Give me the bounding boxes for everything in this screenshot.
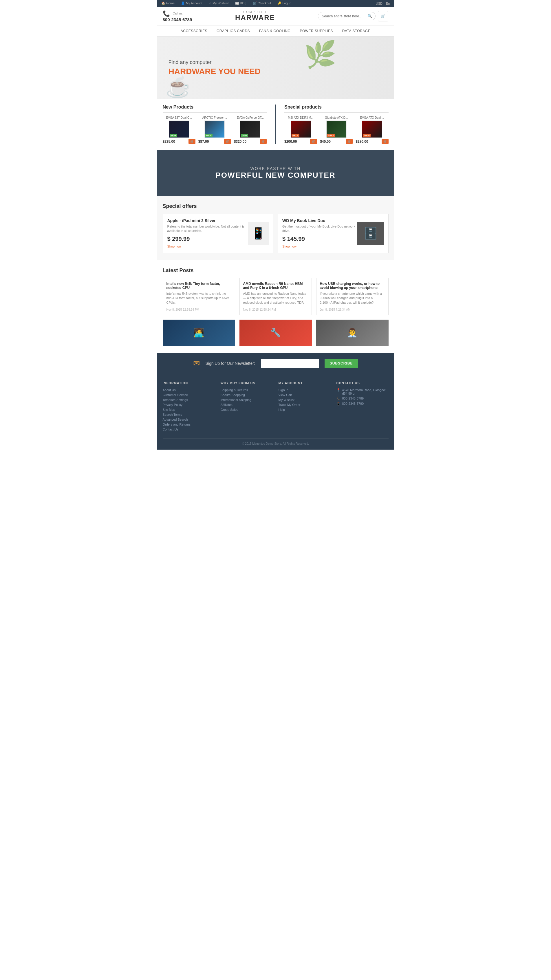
footer-link-advanced-search[interactable]: Advanced Search [163,418,215,421]
product-item: EVGA ATX Dual ... SALE $280.00 🛒 [355,116,388,144]
phone-number: 800-2345-6789 [163,17,192,22]
nav-blog[interactable]: 📰 Blog [235,2,247,5]
nav-home[interactable]: 🏠 Home [161,2,175,5]
footer-link-my-wishlist[interactable]: My Wishlist [279,398,331,402]
product-item: MSI ATX DDR3 M... SALE $200.00 🛒 [284,116,317,144]
add-to-cart-button[interactable]: 🛒 [382,139,389,144]
hero-banner: Find any computer HARDWARE YOU NEED 🌿 ☕ [157,37,394,99]
special-offers-title: Special offers [163,203,389,209]
nav-account[interactable]: 👤 My Account [181,2,202,5]
footer-link-secure-shopping[interactable]: Secure Shopping [221,393,273,397]
newsletter-icon: ✉ [193,359,200,368]
footer-link-sign-in[interactable]: Sign In [279,388,331,392]
nav-data-storage[interactable]: DATA STORAGE [338,26,375,36]
footer-link-affiliates[interactable]: Affiliates [221,403,273,406]
banner-subtitle: WORK FASTER WITH [250,166,301,171]
nav-checkout[interactable]: 🛒 Checkout [253,2,271,5]
offers-grid: Apple - iPad mini 2 Silver Refers to the… [163,214,389,253]
currency-selector[interactable]: USD [376,2,382,5]
product-thumbnail: NEW [204,121,225,138]
cart-button[interactable]: 🛒 [378,11,388,21]
footer-link-view-cart[interactable]: View Cart [279,393,331,397]
product-price: $320.00 [234,140,247,143]
language-selector[interactable]: En [386,2,390,5]
shop-now-link[interactable]: Shop now [167,245,182,248]
post-card: AMD unveils Radeon R9 Nano: HBM and Fury… [239,278,312,315]
product-thumbnail: SALE [326,121,347,138]
nav-fans-cooling[interactable]: FANS & COOLING [255,26,295,36]
footer-link-international-shipping[interactable]: International Shipping [221,398,273,402]
footer-link-group-sales[interactable]: Group Sales [221,408,273,411]
post-date: Nov 8, 2015 12:58:24 PM [243,308,276,311]
posts-grid: Intel's new 5×5: Tiny form factor, socke… [163,278,389,315]
hero-coffee-icon: ☕ [166,75,191,99]
footer-link-search-terms[interactable]: Search Terms [163,413,215,416]
product-price: $280.00 [355,140,368,143]
phone-icon: 📞 [336,397,341,400]
nav-power-supplies[interactable]: POWER SUPPLIES [295,26,337,36]
subscribe-button[interactable]: SUBSCRIBE [325,359,358,368]
post-image: 🧑‍💻 [163,320,235,346]
newsletter-label: Sign Up for Our Newsletter: [205,361,255,366]
footer-link-help[interactable]: Help [279,408,331,411]
product-name: EVGA ATX Dual ... [355,116,388,119]
product-name: EVGA GeForce GT... [234,116,267,119]
shop-now-link[interactable]: Shop now [282,245,296,248]
newsletter-input[interactable] [261,359,319,368]
post-image: 🔧 [239,320,312,346]
footer-link-template-settings[interactable]: Template Settings [163,398,215,402]
nav-login[interactable]: 🔑 Log In [277,2,291,5]
site-logo: COMPUTER HARWARE [235,10,275,22]
footer-link-contact[interactable]: Contact Us [163,428,215,431]
special-products-list: MSI ATX DDR3 M... SALE $200.00 🛒 Gigabyt… [284,116,389,144]
nav-graphics-cards[interactable]: GRAPHICS CARDS [212,26,255,36]
footer-link-sitemap[interactable]: Site Map [163,408,215,411]
footer-link-track-order[interactable]: Track My Order [279,403,331,406]
nav-accessories[interactable]: ACCESSORIES [176,26,212,36]
add-to-cart-button[interactable]: 🛒 [188,139,196,144]
contact-mobile: 📱 800-2345-6790 [336,402,389,406]
product-item: ARCTIC Freezer ... NEW $87.00 🛒 [198,116,231,144]
phone-label: Call us: [172,11,183,15]
offer-description: Get the most out of your My Book Live Du… [282,224,357,233]
product-price: $87.00 [198,140,209,143]
add-to-cart-button[interactable]: 🛒 [346,139,353,144]
post-card: Intel's new 5×5: Tiny form factor, socke… [163,278,235,315]
post-title: Intel's new 5×5: Tiny form factor, socke… [167,282,231,290]
add-to-cart-button[interactable]: 🛒 [310,139,317,144]
product-item: EVGA GeForce GT... NEW $320.00 🛒 [234,116,267,144]
product-badge: SALE [291,134,299,137]
logo-main: HARWARE [235,14,275,22]
footer-link-privacy[interactable]: Privacy Policy [163,403,215,406]
footer-col-title: CONTACT US [336,381,389,385]
banner-title: POWERFUL NEW COMPUTER [215,171,335,180]
search-input[interactable] [318,13,365,20]
logo-top: COMPUTER [235,10,275,14]
new-products-section: New Products EVGA Z87 Dual C... NEW $235… [163,105,267,144]
product-name: MSI ATX DDR3 M... [284,116,317,119]
nav-wishlist[interactable]: ♡ My Wishlist [209,2,229,5]
contact-address-text: 4578 Marmora Road, Glasgow d54 89 gr [342,388,389,395]
post-date: Jun 8, 2015 7:28:34 AM [320,308,350,311]
footer-link-customer-service[interactable]: Customer Service [163,393,215,397]
add-to-cart-button[interactable]: 🛒 [224,139,231,144]
product-thumbnail: SALE [362,121,382,138]
footer-link-about[interactable]: About Us [163,388,215,392]
footer-col-information: INFORMATION About Us Customer Service Te… [163,381,215,433]
footer-col-title: WHY BUY FROM US [221,381,273,385]
products-row: New Products EVGA Z87 Dual C... NEW $235… [157,99,394,150]
hero-title: HARDWARE YOU NEED [169,67,261,76]
offer-description: Refers to the total number worldwide. No… [167,224,248,233]
add-to-cart-button[interactable]: 🛒 [260,139,267,144]
hero-text: Find any computer HARDWARE YOU NEED [169,59,261,76]
post-image: 👨‍💼 [316,320,389,346]
product-badge: NEW [205,134,213,137]
search-button[interactable]: 🔍 [365,12,375,20]
footer-link-shipping-returns[interactable]: Shipping & Returns [221,388,273,392]
post-title: AMD unveils Radeon R9 Nano: HBM and Fury… [243,282,308,290]
footer-link-orders-returns[interactable]: Orders and Returns [163,423,215,426]
product-badge: SALE [363,134,371,137]
product-item: Gigabyte ATX D... SALE $40.00 🛒 [320,116,353,144]
product-name: Gigabyte ATX D... [320,116,353,119]
product-thumbnail: NEW [169,121,189,138]
